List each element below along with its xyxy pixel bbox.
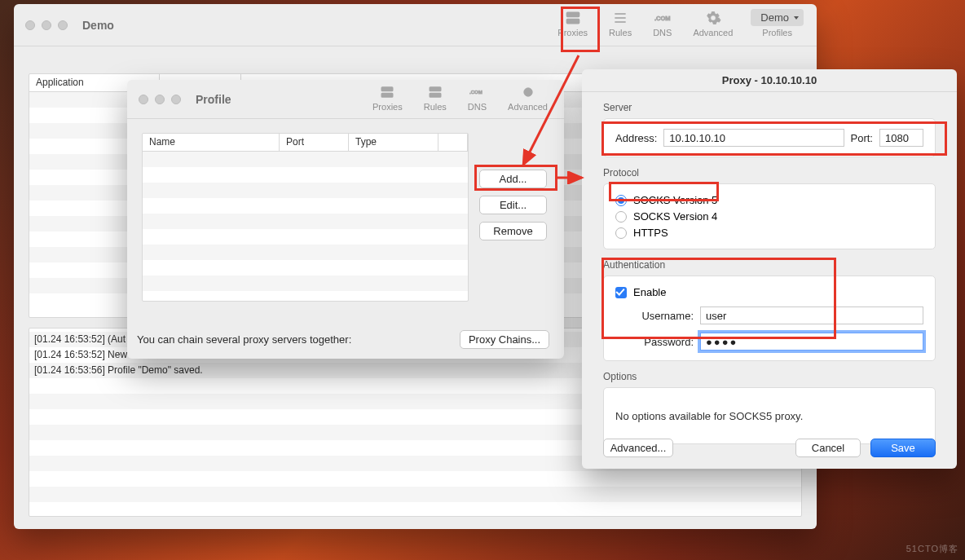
col-name[interactable]: Name — [143, 134, 280, 152]
toolbar-label: Advanced — [693, 28, 733, 37]
profiles-pill[interactable]: Demo — [751, 9, 804, 26]
options-box: No options available for SOCKS5 proxy. — [603, 387, 936, 444]
toolbar-label: Proxies — [372, 102, 403, 112]
toolbar-rules[interactable]: Rules — [606, 9, 635, 37]
server-icon — [378, 83, 396, 101]
toolbar-label: DNS — [653, 28, 672, 37]
toolbar-main: Proxies Rules .COM DNS Advanced — [554, 4, 817, 46]
radio-icon — [615, 227, 627, 239]
close-dot[interactable] — [25, 20, 35, 30]
toolbar-label: Rules — [424, 102, 447, 112]
titlebar-profile: Profile Proxies Rules .COM DNS Advanced — [127, 80, 564, 119]
radio-label: HTTPS — [633, 227, 668, 239]
proxy-chains-button[interactable]: Proxy Chains... — [460, 330, 549, 349]
username-input[interactable] — [700, 306, 923, 324]
password-label: Password: — [615, 336, 694, 348]
edit-button[interactable]: Edit... — [479, 196, 547, 214]
svg-rect-9 — [382, 94, 394, 98]
minimize-dot[interactable] — [42, 20, 51, 30]
toolbar-profile: Proxies Rules .COM DNS Advanced — [369, 80, 564, 118]
proxy-dialog: Proxy - 10.10.10.10 Server Address: Port… — [582, 69, 957, 469]
watermark: 51CTO博客 — [906, 543, 958, 555]
svg-point-13 — [523, 88, 532, 97]
advanced-button[interactable]: Advanced... — [603, 439, 673, 457]
table-body — [143, 152, 468, 291]
svg-text:.COM: .COM — [654, 15, 671, 22]
toolbar-label: Rules — [609, 28, 632, 37]
window-title: Demo — [82, 19, 114, 32]
svg-rect-10 — [430, 87, 441, 91]
traffic-lights — [25, 20, 68, 30]
auth-box: Enable Username: Password: — [603, 276, 936, 361]
radio-icon — [615, 211, 627, 223]
radio-socks4[interactable]: SOCKS Version 4 — [615, 210, 923, 223]
toolbar-rules[interactable]: Rules — [421, 83, 450, 112]
radio-https[interactable]: HTTPS — [615, 227, 923, 239]
address-label: Address: — [615, 132, 657, 144]
radio-label: SOCKS Version 4 — [633, 210, 717, 223]
radio-socks5[interactable]: SOCKS Version 5 — [615, 194, 923, 206]
auth-label: Authentication — [603, 259, 936, 271]
dns-icon: .COM — [468, 83, 486, 101]
chain-hint: You can chain several proxy servers toge… — [137, 333, 351, 346]
toolbar-advanced[interactable]: Advanced — [690, 9, 736, 37]
options-message: No options available for SOCKS5 proxy. — [615, 410, 803, 422]
port-input[interactable] — [879, 129, 923, 147]
list-icon — [426, 83, 444, 101]
list-icon — [611, 9, 629, 27]
table-header: Name Port Type — [143, 134, 468, 152]
toolbar-label: Advanced — [508, 102, 548, 112]
gear-icon — [519, 83, 537, 101]
svg-rect-11 — [430, 94, 441, 98]
toolbar-label: DNS — [468, 102, 487, 112]
port-label: Port: — [851, 132, 873, 144]
protocol-label: Protocol — [603, 167, 936, 179]
col-type[interactable]: Type — [349, 134, 438, 152]
zoom-dot[interactable] — [171, 95, 181, 104]
svg-rect-8 — [382, 87, 394, 91]
checkbox-label: Enable — [633, 286, 666, 298]
proxy-list: Name Port Type — [142, 133, 469, 302]
radio-label: SOCKS Version 5 — [633, 194, 717, 206]
server-box: Address: Port: — [603, 118, 936, 157]
toolbar-proxies[interactable]: Proxies — [369, 83, 406, 112]
username-label: Username: — [615, 310, 694, 322]
remove-button[interactable]: Remove — [479, 222, 547, 240]
minimize-dot[interactable] — [155, 95, 165, 104]
password-input[interactable] — [700, 333, 923, 351]
toolbar-label: Proxies — [557, 28, 588, 37]
server-icon — [564, 9, 582, 27]
auth-enable[interactable]: Enable — [615, 286, 923, 298]
toolbar-label: Profiles — [762, 28, 792, 37]
checkbox-icon — [615, 287, 627, 298]
toolbar-proxies[interactable]: Proxies — [554, 9, 591, 37]
options-label: Options — [603, 371, 936, 382]
add-button[interactable]: Add... — [479, 170, 547, 188]
svg-point-3 — [569, 21, 570, 22]
toolbar-dns[interactable]: .COM DNS — [650, 9, 675, 37]
address-input[interactable] — [663, 129, 844, 147]
protocol-box: SOCKS Version 5 SOCKS Version 4 HTTPS — [603, 183, 936, 249]
profiles-selector[interactable]: Demo Profiles — [751, 9, 804, 37]
radio-icon — [615, 195, 627, 206]
dns-icon: .COM — [654, 9, 672, 27]
titlebar-main: Demo Proxies Rules .COM DNS — [14, 4, 817, 46]
toolbar-dns[interactable]: .COM DNS — [465, 83, 490, 112]
close-dot[interactable] — [139, 95, 148, 104]
svg-point-2 — [569, 14, 570, 15]
col[interactable] — [438, 134, 468, 152]
dialog-title: Proxy - 10.10.10.10 — [582, 69, 957, 92]
traffic-lights — [139, 95, 181, 104]
save-button[interactable]: Save — [870, 439, 936, 457]
cancel-button[interactable]: Cancel — [795, 439, 861, 457]
svg-text:.COM: .COM — [469, 90, 482, 95]
col-port[interactable]: Port — [280, 134, 349, 152]
window-title: Profile — [196, 93, 231, 106]
zoom-dot[interactable] — [58, 20, 68, 30]
gear-icon — [704, 9, 722, 27]
server-label: Server — [603, 102, 936, 113]
toolbar-advanced[interactable]: Advanced — [505, 83, 551, 112]
profile-window: Profile Proxies Rules .COM DNS Advanced … — [127, 80, 564, 359]
